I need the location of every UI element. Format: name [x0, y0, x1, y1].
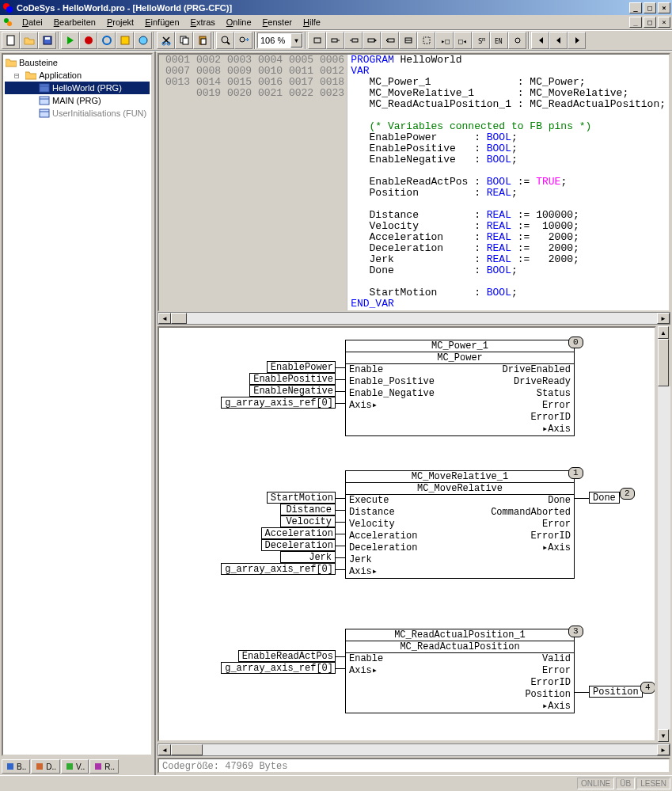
tree-item[interactable]: HelloWorld (PRG) — [5, 82, 150, 94]
tree-item[interactable]: MAIN (PRG) — [5, 94, 150, 107]
function-block[interactable]: MC_MoveRelative_1MC_MoveRelativeExecuteD… — [345, 470, 575, 579]
cfc-box-button[interactable] — [308, 32, 326, 49]
function-block[interactable]: MC_ReadActualPosition_1MC_ReadActualPosi… — [345, 629, 575, 713]
cfc-output-button[interactable] — [344, 32, 363, 49]
sidebar-tab[interactable]: V.. — [61, 759, 89, 774]
fb-input-value[interactable]: StartMotion — [267, 492, 336, 504]
code-hscroll[interactable]: ◄ ► — [158, 312, 670, 325]
stop-button[interactable] — [79, 32, 97, 49]
fb-input-value[interactable]: Distance — [280, 504, 336, 515]
nav-next-button[interactable] — [568, 32, 586, 49]
cfc-hscroll[interactable]: ◄ ► — [158, 743, 670, 756]
menu-extras[interactable]: Extras — [185, 16, 221, 29]
fb-input-value[interactable]: EnablePower — [267, 361, 336, 373]
menu-hilfe[interactable]: Hilfe — [298, 16, 326, 29]
sidebar-tabs: B..D..V..R.. — [0, 758, 154, 775]
pou-icon — [38, 82, 51, 93]
cfc-input-button[interactable] — [326, 32, 344, 49]
login-button[interactable] — [116, 32, 134, 49]
tree-item[interactable]: UserInitialisations (FUN) — [5, 107, 150, 120]
scroll-right-button[interactable]: ► — [657, 313, 670, 324]
zoom-combo[interactable]: 106 %▼ — [257, 32, 303, 48]
fb-input-value[interactable]: g_array_axis_ref[0] — [221, 397, 336, 409]
tree-root[interactable]: Bausteine — [5, 56, 150, 69]
scroll-right-button[interactable]: ► — [657, 744, 670, 755]
fb-name: MC_ReadActualPosition_1 — [346, 629, 574, 641]
scroll-left-button[interactable]: ◄ — [158, 744, 171, 755]
statusbar: ONLINE ÜB LESEN — [0, 775, 672, 791]
cfc-vscroll[interactable]: ▲ ▼ — [658, 326, 670, 742]
scroll-left-button[interactable]: ◄ — [158, 313, 171, 324]
cfc-label-button[interactable] — [381, 32, 399, 49]
paste-button[interactable] — [193, 32, 211, 49]
new-button[interactable] — [2, 32, 20, 49]
scroll-thumb[interactable] — [171, 744, 203, 755]
find-button[interactable] — [216, 32, 234, 49]
copy-button[interactable] — [175, 32, 193, 49]
menu-projekt[interactable]: Projekt — [101, 16, 139, 29]
svg-rect-36 — [40, 84, 49, 92]
fb-input-value[interactable]: Acceleration — [261, 527, 336, 539]
menu-fenster[interactable]: Fenster — [257, 16, 298, 29]
fb-input-value[interactable]: g_array_axis_ref[0] — [221, 563, 336, 575]
cfc-set-button[interactable]: SR — [472, 32, 490, 49]
function-block[interactable]: MC_Power_1MC_PowerEnableEnable_PositiveE… — [345, 340, 575, 436]
sidebar-tab[interactable]: B.. — [2, 759, 30, 774]
maximize-button[interactable]: □ — [644, 2, 656, 13]
cfc-neg-button[interactable] — [508, 32, 526, 49]
cfc-comment-button[interactable] — [417, 32, 435, 49]
svg-rect-43 — [36, 763, 43, 770]
nav-first-button[interactable] — [531, 32, 549, 49]
project-tree[interactable]: Bausteine ⊟ Application HelloWorld (PRG)… — [2, 53, 153, 756]
fb-output-value[interactable]: Position — [589, 686, 643, 698]
fb-input-value[interactable]: EnableNegative — [249, 385, 336, 397]
save-button[interactable] — [38, 32, 56, 49]
scroll-thumb[interactable] — [171, 313, 187, 324]
status-online: ONLINE — [577, 778, 614, 789]
cfc-jump-button[interactable] — [363, 32, 381, 49]
fb-type: MC_MoveRelative — [346, 483, 574, 495]
open-button[interactable] — [20, 32, 38, 49]
nav-prev-button[interactable] — [549, 32, 568, 49]
scroll-thumb[interactable] — [658, 339, 669, 386]
menu-online[interactable]: Online — [221, 16, 257, 29]
mdi-minimize-button[interactable]: _ — [629, 17, 642, 28]
code-content[interactable]: PROGRAM HelloWorld VAR MC_Power_1 : MC_P… — [347, 55, 669, 310]
menu-einfügen[interactable]: Einfügen — [139, 16, 184, 29]
close-button[interactable]: × — [658, 2, 670, 13]
fb-input-value[interactable]: Deceleration — [261, 539, 336, 551]
fb-input-value[interactable]: EnablePositive — [249, 373, 336, 385]
scroll-up-button[interactable]: ▲ — [658, 326, 669, 339]
svg-point-17 — [222, 36, 228, 43]
menu-bearbeiten[interactable]: Bearbeiten — [48, 16, 101, 29]
menu-datei[interactable]: Datei — [17, 16, 48, 29]
cfc-en-button[interactable]: EN — [490, 32, 508, 49]
svg-rect-14 — [183, 38, 188, 44]
tool-button[interactable] — [97, 32, 116, 49]
svg-text:R: R — [482, 37, 486, 42]
fb-input-value[interactable]: Velocity — [280, 515, 336, 527]
pou-icon — [38, 95, 51, 106]
main-area: Bausteine ⊟ Application HelloWorld (PRG)… — [0, 51, 672, 775]
fb-output-value[interactable]: Done — [589, 492, 620, 504]
cfc-connmark2-button[interactable]: □◂ — [454, 32, 472, 49]
scroll-down-button[interactable]: ▼ — [658, 729, 669, 742]
code-editor[interactable]: 0001 0002 0003 0004 0005 0006 0007 0008 … — [158, 53, 670, 312]
fb-input-value[interactable]: EnableReadActPos — [238, 650, 336, 662]
svg-point-8 — [103, 36, 111, 44]
fb-input-value[interactable]: g_array_axis_ref[0] — [221, 662, 336, 674]
cfc-return-button[interactable] — [399, 32, 417, 49]
cfc-editor[interactable]: MC_Power_1MC_PowerEnableEnable_PositiveE… — [158, 326, 656, 742]
mdi-close-button[interactable]: × — [658, 17, 670, 28]
global-button[interactable] — [134, 32, 152, 49]
sidebar-tab[interactable]: R.. — [89, 759, 119, 774]
tree-app[interactable]: ⊟ Application — [5, 69, 150, 82]
mdi-maximize-button[interactable]: □ — [644, 17, 656, 28]
cfc-connmark-button[interactable]: ▸□ — [435, 32, 454, 49]
findnext-button[interactable] — [234, 32, 252, 49]
run-button[interactable] — [61, 32, 79, 49]
cut-button[interactable] — [157, 32, 175, 49]
minimize-button[interactable]: _ — [629, 2, 642, 13]
fb-input-value[interactable]: Jerk — [280, 551, 336, 563]
sidebar-tab[interactable]: D.. — [31, 759, 60, 774]
